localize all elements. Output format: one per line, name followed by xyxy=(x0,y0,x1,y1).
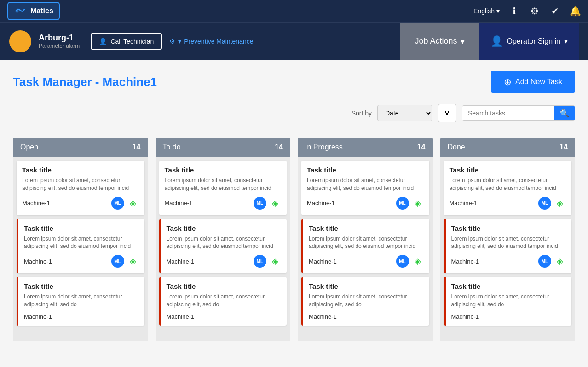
task-icons: ML ◈ xyxy=(111,255,139,268)
logo-button[interactable]: Matics xyxy=(7,2,60,20)
task-card[interactable]: Task title Lorem ipsum dolor sit amet, c… xyxy=(159,161,287,215)
task-card[interactable]: Task title Lorem ipsum dolor sit amet, c… xyxy=(159,219,287,274)
task-card[interactable]: Task title Lorem ipsum dolor sit amet, c… xyxy=(444,161,572,215)
task-title: Task title xyxy=(167,224,282,232)
job-actions-dropdown-icon: ▾ xyxy=(461,36,465,46)
svg-point-1 xyxy=(16,10,19,13)
task-desc: Lorem ipsum dolor sit amet, consectetur … xyxy=(307,177,424,192)
task-footer: Machine-1 ML ◈ xyxy=(167,255,282,268)
nav-right: English ▾ ℹ ⚙ ✔ 🔔 xyxy=(473,6,581,17)
operator-avatar-icon: 👤 xyxy=(490,35,503,47)
task-card[interactable]: Task title Lorem ipsum dolor sit amet, c… xyxy=(301,219,429,274)
task-machine: Machine-1 xyxy=(451,313,479,320)
task-card[interactable]: Task title Lorem ipsum dolor sit amet, c… xyxy=(301,277,429,326)
language-selector[interactable]: English ▾ xyxy=(473,7,500,15)
call-technician-button[interactable]: 👤 Call Technician xyxy=(91,33,162,50)
person-icon: 👤 xyxy=(99,38,107,45)
task-desc: Lorem ipsum dolor sit amet, consectetur … xyxy=(451,293,566,309)
task-footer: Machine-1 ML ◈ xyxy=(165,197,282,210)
gear-icon[interactable]: ⚙ xyxy=(529,6,540,17)
machine-header-actions: Job Actions ▾ 👤 Operator Sign in ▾ xyxy=(400,23,579,60)
col-body-todo: Task title Lorem ipsum dolor sit amet, c… xyxy=(156,157,291,341)
task-footer: Machine-1 ML ◈ xyxy=(22,197,139,210)
task-machine: Machine-1 xyxy=(307,200,335,206)
col-count-inprogress: 14 xyxy=(417,143,426,151)
col-body-inprogress: Task title Lorem ipsum dolor sit amet, c… xyxy=(298,157,433,341)
col-header-todo: To do 14 xyxy=(156,138,291,157)
task-card[interactable]: Task title Lorem ipsum dolor sit amet, c… xyxy=(159,277,287,326)
task-card[interactable]: Task title Lorem ipsum dolor sit amet, c… xyxy=(17,161,144,215)
col-body-done: Task title Lorem ipsum dolor sit amet, c… xyxy=(440,157,576,341)
col-count-open: 14 xyxy=(133,143,141,151)
maintenance-label: Preventive Maintenance xyxy=(184,38,253,45)
bell-icon[interactable]: 🔔 xyxy=(570,6,581,17)
task-desc: Lorem ipsum dolor sit amet, consectetur … xyxy=(167,293,282,309)
task-icons: ML ◈ xyxy=(111,197,139,210)
maintenance-icon: ⚙ xyxy=(169,38,175,45)
operator-signin-button[interactable]: 👤 Operator Sign in ▾ xyxy=(479,23,579,60)
search-bar: 🔍 xyxy=(462,105,575,121)
avatar-badge: ML xyxy=(538,197,551,210)
task-desc: Lorem ipsum dolor sit amet, consectetur … xyxy=(450,177,566,192)
info-diamond-icon[interactable]: ◈ xyxy=(412,197,424,209)
info-diamond-icon[interactable]: ◈ xyxy=(269,197,281,209)
task-title: Task title xyxy=(167,282,282,290)
task-card[interactable]: Task title Lorem ipsum dolor sit amet, c… xyxy=(17,219,144,274)
job-actions-button[interactable]: Job Actions ▾ xyxy=(400,23,479,60)
task-icons: ML ◈ xyxy=(396,197,424,210)
info-diamond-icon[interactable]: ◈ xyxy=(269,255,281,267)
task-title: Task title xyxy=(309,282,424,290)
avatar-badge: ML xyxy=(538,255,551,268)
task-footer: Machine-1 ML ◈ xyxy=(450,197,566,210)
machine-avatar xyxy=(9,30,31,52)
task-title: Task title xyxy=(307,166,424,174)
col-title-inprogress: In Progress xyxy=(305,143,343,151)
task-icons: ML ◈ xyxy=(538,255,566,268)
info-diamond-icon[interactable]: ◈ xyxy=(554,255,566,267)
add-new-task-button[interactable]: ⊕ Add New Task xyxy=(491,71,575,93)
task-card[interactable]: Task title Lorem ipsum dolor sit amet, c… xyxy=(17,277,144,326)
info-diamond-icon[interactable]: ◈ xyxy=(127,255,139,267)
kanban-board: Open 14 Task title Lorem ipsum dolor sit… xyxy=(13,138,575,341)
language-label: English xyxy=(473,7,495,15)
logo-text: Matics xyxy=(30,7,53,15)
search-input[interactable] xyxy=(462,106,554,120)
sort-label: Sort by xyxy=(352,109,372,117)
col-title-done: Done xyxy=(448,143,465,151)
filter-button[interactable]: ⛛ xyxy=(438,104,456,122)
maintenance-button[interactable]: ⚙ ▾ Preventive Maintenance xyxy=(169,38,253,45)
task-machine: Machine-1 xyxy=(167,258,195,265)
avatar-badge: ML xyxy=(111,255,124,268)
search-icon: 🔍 xyxy=(560,109,569,117)
kanban-column-todo: To do 14 Task title Lorem ipsum dolor si… xyxy=(156,138,291,341)
avatar-badge: ML xyxy=(254,197,266,210)
kanban-column-open: Open 14 Task title Lorem ipsum dolor sit… xyxy=(13,138,148,341)
info-diamond-icon[interactable]: ◈ xyxy=(412,255,424,267)
page-top-row: Task Manager - Machine1 ⊕ Add New Task xyxy=(13,71,575,93)
task-card[interactable]: Task title Lorem ipsum dolor sit amet, c… xyxy=(444,277,572,326)
search-button[interactable]: 🔍 xyxy=(554,106,575,120)
avatar-badge: ML xyxy=(111,197,124,210)
task-card[interactable]: Task title Lorem ipsum dolor sit amet, c… xyxy=(444,219,572,274)
task-footer: Machine-1 xyxy=(167,313,282,320)
task-footer: Machine-1 xyxy=(309,313,424,320)
task-title: Task title xyxy=(450,166,566,174)
info-diamond-icon[interactable]: ◈ xyxy=(554,197,566,209)
col-header-done: Done 14 xyxy=(440,138,576,157)
task-title: Task title xyxy=(24,282,139,290)
kanban-column-done: Done 14 Task title Lorem ipsum dolor sit… xyxy=(440,138,576,341)
task-machine: Machine-1 xyxy=(451,258,479,265)
task-title: Task title xyxy=(451,282,566,290)
task-machine: Machine-1 xyxy=(22,200,50,206)
sort-select[interactable]: Date xyxy=(377,105,432,121)
top-nav: Matics English ▾ ℹ ⚙ ✔ 🔔 xyxy=(0,0,588,22)
task-desc: Lorem ipsum dolor sit amet, consectetur … xyxy=(167,235,282,251)
task-desc: Lorem ipsum dolor sit amet, consectetur … xyxy=(165,177,282,192)
info-icon[interactable]: ℹ xyxy=(509,6,520,17)
info-diamond-icon[interactable]: ◈ xyxy=(127,197,139,209)
task-card[interactable]: Task title Lorem ipsum dolor sit amet, c… xyxy=(301,161,429,215)
col-body-open: Task title Lorem ipsum dolor sit amet, c… xyxy=(13,157,148,341)
filter-icon: ⛛ xyxy=(444,109,451,117)
checklist-icon[interactable]: ✔ xyxy=(549,6,560,17)
avatar-badge: ML xyxy=(254,255,266,268)
